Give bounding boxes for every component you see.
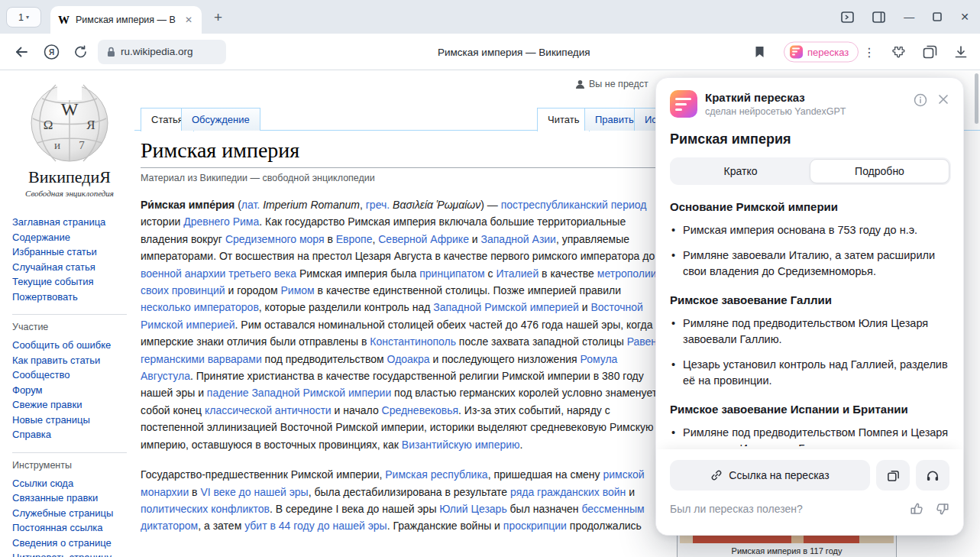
sidebar-link[interactable]: Сведения о странице xyxy=(12,536,127,551)
tab-detailed[interactable]: Подробно xyxy=(810,159,949,183)
sidebar-link[interactable]: Справка xyxy=(12,427,127,442)
sidebar-link[interactable]: Заглавная страница xyxy=(12,215,127,230)
sidebar-link[interactable]: Цитировать страницу xyxy=(12,550,127,557)
summary-bullet-list: Римляне под предводительством Помпея и Ц… xyxy=(670,425,949,446)
panel-toggle-icon[interactable] xyxy=(841,11,854,23)
article-link[interactable]: постреспубликанский период xyxy=(501,199,647,211)
tab-read[interactable]: Читать xyxy=(537,108,590,131)
copy-link-button[interactable]: Ссылка на пересказ xyxy=(670,460,870,491)
window-controls: — ✕ xyxy=(841,0,969,34)
wikipedia-page: W Ω Я и 7 ВикипедиЯ Свободная энциклопед… xyxy=(0,71,980,557)
browser-tab[interactable]: W Римская империя — В ✕ xyxy=(50,6,202,34)
sidebar-link[interactable]: Форум xyxy=(12,383,127,398)
address-bar[interactable]: ru.wikipedia.org xyxy=(98,40,226,64)
tab-count: 1 xyxy=(18,12,24,23)
sidebar-link[interactable]: Связанные правки xyxy=(12,491,127,506)
headphones-icon xyxy=(926,469,940,482)
article-link[interactable]: несколько императоров xyxy=(141,301,259,313)
sidebar-link[interactable]: Избранные статьи xyxy=(12,244,127,260)
minimize-button[interactable]: — xyxy=(904,11,914,22)
sidebar-link[interactable]: Ссылки сюда xyxy=(12,476,127,491)
extensions-puzzle-icon[interactable] xyxy=(891,44,907,60)
thumbs-up-icon[interactable] xyxy=(910,502,923,516)
address-menu-icon[interactable]: ⋮ xyxy=(863,44,875,59)
article-link[interactable]: Римская республика xyxy=(385,468,487,481)
article-link[interactable]: лат. xyxy=(241,199,260,211)
article-link[interactable]: Италией xyxy=(496,267,539,280)
article-link[interactable]: Одоакра xyxy=(387,353,430,365)
article-link[interactable]: классической античности xyxy=(205,404,332,416)
sidebar-link[interactable]: Служебные страницы xyxy=(12,506,127,521)
info-icon[interactable] xyxy=(914,93,927,107)
article-link[interactable]: Юлий Цезарь xyxy=(439,503,506,515)
tab-brief[interactable]: Кратко xyxy=(671,159,810,183)
close-panel-icon[interactable] xyxy=(937,93,949,107)
download-icon[interactable] xyxy=(954,45,968,59)
sidebar-link[interactable]: Сообщить об ошибке xyxy=(12,338,127,353)
article-link[interactable]: Западной Римской империей xyxy=(433,301,579,313)
article-link[interactable]: убит в 44 году до нашей эры xyxy=(244,520,387,532)
article-link[interactable]: политических конфликтов xyxy=(141,503,270,515)
article-link[interactable]: принципатом xyxy=(419,267,484,280)
article-link[interactable]: VI веке до нашей эры xyxy=(200,486,308,498)
article-link[interactable]: Западной Азии xyxy=(481,233,556,245)
summary-section-heading: Римское завоевание Галлии xyxy=(670,293,949,306)
svg-text:Ω: Ω xyxy=(44,118,53,132)
article-link[interactable]: Византийскую империю xyxy=(402,439,520,451)
sidebar-link[interactable]: Как править статьи xyxy=(12,353,127,368)
article-link[interactable]: Европе xyxy=(336,233,373,245)
sidebar-heading-participation: Участие xyxy=(12,314,127,332)
sidebar-link[interactable]: Случайная статья xyxy=(12,260,127,275)
article-link[interactable]: германскими варварами xyxy=(141,353,262,365)
sidebar-link[interactable]: Свежие правки xyxy=(12,397,127,413)
retell-button[interactable]: пересказ xyxy=(784,41,859,62)
tab-counter-button[interactable]: 1 ▾ xyxy=(6,7,41,28)
copy-text-button[interactable] xyxy=(876,460,910,491)
article-link[interactable]: военной анархии третьего века xyxy=(141,267,296,280)
summary-bullet-list: Римляне под предводительством Юлия Цезар… xyxy=(670,316,949,389)
svg-text:Я: Я xyxy=(49,48,54,57)
sidebar-link[interactable]: Сообщество xyxy=(12,368,127,383)
yandex-home-icon[interactable]: Я xyxy=(44,44,60,60)
tab-discussion[interactable]: Обсуждение xyxy=(181,108,260,131)
article-link[interactable]: Древнего Рима xyxy=(183,215,259,228)
summary-bullet-list: Римская империя основана в 753 году до н… xyxy=(670,222,949,280)
bookmark-icon[interactable] xyxy=(755,46,765,58)
feedback-question: Был ли пересказ полезен? xyxy=(670,503,910,515)
thumbs-down-icon[interactable] xyxy=(936,502,949,516)
sidebar-link[interactable]: Текущие события xyxy=(12,274,127,290)
article-link[interactable]: проскрипции xyxy=(503,520,567,532)
article-link[interactable]: греч. xyxy=(366,199,390,211)
sidebar-link[interactable]: Содержание xyxy=(12,230,127,245)
chevron-down-icon: ▾ xyxy=(26,14,29,21)
summary-article-title: Римская империя xyxy=(670,131,791,147)
browser-window: 1 ▾ W Римская империя — В ✕ + — xyxy=(0,0,980,557)
article-link[interactable]: ряда гражданских войн xyxy=(510,486,626,498)
listen-button[interactable] xyxy=(916,460,949,491)
user-status[interactable]: Вы не предст xyxy=(575,79,648,89)
article-link[interactable]: Средневековья xyxy=(382,404,459,416)
article-link[interactable]: Средиземного моря xyxy=(225,233,325,245)
summary-section: Римское завоевание Галлии Римляне под пр… xyxy=(670,293,949,389)
summary-section-heading: Основание Римской империи xyxy=(670,200,949,213)
summary-bullet: Римляне под предводительством Юлия Цезар… xyxy=(670,316,949,348)
reload-icon[interactable] xyxy=(73,44,88,59)
sidebar-link[interactable]: Постоянная ссылка xyxy=(12,520,127,536)
person-icon xyxy=(575,79,585,89)
page-scrollbar[interactable] xyxy=(975,73,978,124)
wiki-sidebar: W Ω Я и 7 ВикипедиЯ Свободная энциклопед… xyxy=(0,71,134,557)
sidebar-link[interactable]: Пожертвовать xyxy=(12,290,127,305)
article-link[interactable]: Константинополь xyxy=(370,335,456,348)
summary-section: Основание Римской империи Римская импери… xyxy=(670,200,949,280)
back-icon[interactable] xyxy=(14,45,29,59)
sidebar-toggle-icon[interactable] xyxy=(872,11,885,23)
new-tab-button[interactable]: + xyxy=(209,8,227,28)
article-link[interactable]: падение Западной Римской империи xyxy=(207,387,391,399)
article-link[interactable]: Римом xyxy=(281,284,315,296)
maximize-button[interactable] xyxy=(933,12,942,21)
close-window-button[interactable]: ✕ xyxy=(960,11,969,22)
sidebar-link[interactable]: Новые страницы xyxy=(12,413,127,428)
collections-icon[interactable] xyxy=(923,44,937,59)
tab-close-icon[interactable]: ✕ xyxy=(183,13,194,27)
article-link[interactable]: Северной Африке xyxy=(378,233,469,245)
